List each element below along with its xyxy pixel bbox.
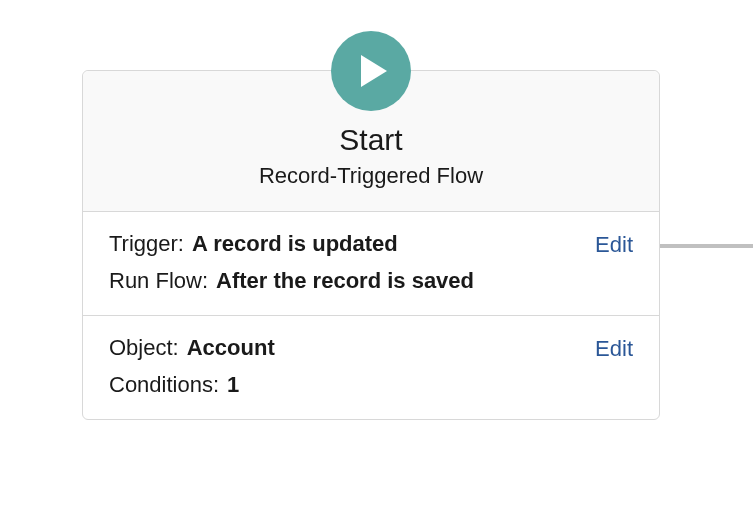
- edit-object-button[interactable]: Edit: [595, 336, 633, 362]
- trigger-section-content: Trigger: A record is updated Run Flow: A…: [109, 230, 595, 295]
- object-section-content: Object: Account Conditions: 1: [109, 334, 595, 399]
- runflow-row: Run Flow: After the record is saved: [109, 267, 595, 296]
- play-icon: [361, 55, 387, 87]
- start-node-card: Start Record-Triggered Flow Trigger: A r…: [82, 70, 660, 420]
- trigger-section: Trigger: A record is updated Run Flow: A…: [83, 212, 659, 316]
- start-play-button[interactable]: [331, 31, 411, 111]
- edit-trigger-button[interactable]: Edit: [595, 232, 633, 258]
- trigger-value: A record is updated: [192, 230, 398, 259]
- runflow-value: After the record is saved: [216, 267, 474, 296]
- flow-connector-line: [660, 244, 753, 248]
- conditions-row: Conditions: 1: [109, 371, 595, 400]
- card-subtitle: Record-Triggered Flow: [103, 163, 639, 189]
- trigger-row: Trigger: A record is updated: [109, 230, 595, 259]
- conditions-value: 1: [227, 371, 239, 400]
- card-title: Start: [103, 123, 639, 157]
- object-section: Object: Account Conditions: 1 Edit: [83, 316, 659, 419]
- object-row: Object: Account: [109, 334, 595, 363]
- conditions-label: Conditions:: [109, 371, 219, 400]
- runflow-label: Run Flow:: [109, 267, 208, 296]
- object-value: Account: [187, 334, 275, 363]
- trigger-label: Trigger:: [109, 230, 184, 259]
- object-label: Object:: [109, 334, 179, 363]
